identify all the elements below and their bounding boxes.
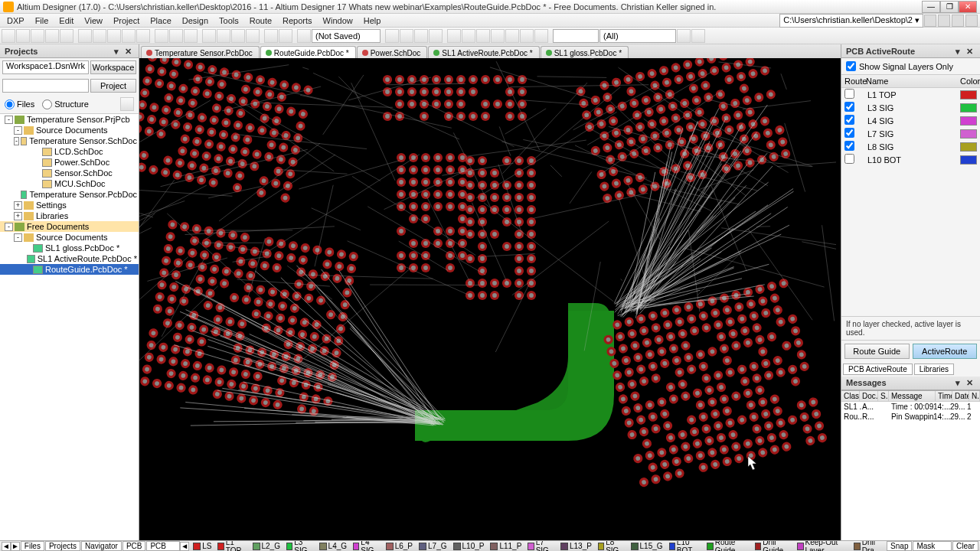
tab-pcb-activeroute[interactable]: PCB ActiveRoute — [843, 364, 913, 375]
tool-copy[interactable] — [169, 29, 183, 43]
layerbar-layer[interactable]: LS — [191, 542, 214, 550]
workspace-button[interactable]: Workspace — [90, 60, 136, 74]
tool-cut[interactable] — [155, 29, 168, 43]
doc-tab[interactable]: Temperature Sensor.PcbDoc — [141, 46, 260, 58]
tool-btn[interactable] — [400, 29, 413, 43]
layerbar-btn[interactable]: PCB — [122, 541, 146, 551]
project-combo[interactable] — [2, 79, 89, 93]
layer-row[interactable]: L1 TOP — [841, 88, 980, 101]
tool-btn[interactable] — [122, 29, 136, 43]
tool-btn[interactable] — [691, 29, 705, 43]
tree-node[interactable]: -Source Documents — [0, 232, 139, 243]
tool-btn[interactable] — [385, 29, 399, 43]
layerbar-btn[interactable]: Mask Level — [913, 541, 952, 551]
tree-node[interactable]: MCU.SchDoc — [0, 178, 139, 189]
layerbar-btn[interactable]: PCB Filte — [146, 541, 180, 551]
layerbar-layer[interactable]: L10 BOT — [667, 540, 704, 551]
close-icon[interactable]: ✕ — [966, 378, 975, 387]
tool-btn[interactable] — [297, 29, 311, 43]
tool-new[interactable] — [2, 29, 15, 43]
doc-tab[interactable]: Power.SchDoc — [357, 46, 428, 58]
menu-tools[interactable]: Tools — [214, 15, 244, 27]
structure-radio[interactable]: Structure — [42, 99, 89, 109]
layerbar-layer[interactable]: L13_P — [558, 542, 594, 550]
close-icon[interactable]: ✕ — [966, 47, 975, 56]
workspace-combo[interactable]: Workspace1.DsnWrk — [2, 60, 89, 74]
tool-icon[interactable] — [965, 15, 978, 27]
pin-icon[interactable]: ▾ — [114, 47, 123, 56]
tree-node[interactable]: SL1 ActiveRoute.PcbDoc * — [0, 253, 139, 264]
tool-paste[interactable] — [184, 29, 198, 43]
menu-file[interactable]: File — [30, 15, 54, 27]
minimize-button[interactable]: — — [922, 1, 940, 13]
layer-row[interactable]: L8 SIG — [841, 140, 980, 153]
layerbar-layer[interactable]: L4 SIG — [351, 540, 382, 551]
menu-window[interactable]: Window — [318, 15, 358, 27]
layerbar-layer[interactable]: Drill Dra — [851, 540, 886, 551]
tool-btn[interactable] — [246, 29, 260, 43]
layerbar-layer[interactable]: L4_G — [317, 542, 349, 550]
tab-libraries[interactable]: Libraries — [914, 364, 954, 375]
layer-row[interactable]: L3 SIG — [841, 101, 980, 114]
all-combo[interactable]: (All) — [599, 29, 676, 43]
menu-help[interactable]: Help — [358, 15, 387, 27]
tool-btn[interactable] — [136, 29, 150, 43]
tree-options-button[interactable] — [120, 97, 134, 111]
activeroute-button[interactable]: ActiveRoute — [913, 344, 978, 359]
layerbar-layer[interactable]: Drill Guide — [753, 540, 793, 551]
tool-icon[interactable] — [952, 15, 964, 27]
close-icon[interactable]: ✕ — [125, 47, 134, 56]
tool-btn[interactable] — [107, 29, 121, 43]
layerbar-layer[interactable]: Route Guide — [704, 540, 751, 551]
tool-icon[interactable] — [938, 15, 950, 27]
layerbar-layer[interactable]: L2_G — [250, 542, 283, 550]
close-button[interactable]: ✕ — [959, 1, 977, 13]
menu-design[interactable]: Design — [177, 15, 214, 27]
tool-preview[interactable] — [60, 29, 74, 43]
layer-row[interactable]: L10 BOT — [841, 153, 980, 166]
tree-node[interactable]: Power.SchDoc — [0, 157, 139, 168]
layerbar-layer[interactable]: L8 SIG — [596, 540, 627, 551]
message-row[interactable]: Rou...R...Pin Swapping ...14:...29...2 — [841, 412, 980, 422]
tree-node[interactable]: -Temperature Sensor.PrjPcb — [0, 114, 139, 125]
pin-icon[interactable]: ▾ — [956, 47, 965, 56]
tool-btn[interactable] — [78, 29, 92, 43]
layerbar-layer[interactable]: L7 SIG — [525, 540, 557, 551]
tree-node[interactable]: LCD.SchDoc — [0, 146, 139, 157]
tree-node[interactable]: +Settings — [0, 200, 139, 210]
tree-node[interactable]: Sensor.SchDoc — [0, 168, 139, 178]
tree-node[interactable]: +Libraries — [0, 210, 139, 221]
layerbar-layer[interactable]: L6_P — [384, 542, 415, 550]
maximize-button[interactable]: ❐ — [940, 1, 959, 13]
layer-row[interactable]: L7 SIG — [841, 127, 980, 140]
layerbar-layer[interactable]: L7_G — [416, 542, 449, 550]
tool-btn[interactable] — [429, 29, 443, 43]
layerbar-layer[interactable]: L3 SIG — [284, 540, 315, 551]
menu-edit[interactable]: Edit — [54, 15, 79, 27]
tool-btn[interactable] — [462, 29, 475, 43]
layerbar-nav[interactable]: ◄ — [2, 542, 11, 551]
tool-open[interactable] — [16, 29, 30, 43]
layerbar-layer[interactable]: L1 TOP — [215, 540, 248, 551]
tool-save[interactable] — [31, 29, 44, 43]
menu-route[interactable]: Route — [244, 15, 277, 27]
tool-btn[interactable] — [231, 29, 245, 43]
project-tree[interactable]: -Temperature Sensor.PrjPcb-Source Docume… — [0, 113, 139, 540]
tool-btn[interactable] — [447, 29, 461, 43]
layerbar-nav[interactable]: ◄ — [180, 542, 189, 551]
menu-view[interactable]: View — [79, 15, 108, 27]
layer-row[interactable]: L4 SIG — [841, 114, 980, 127]
tool-undo[interactable] — [264, 29, 278, 43]
layerbar-btn[interactable]: Projects — [45, 541, 80, 551]
menu-project[interactable]: Project — [108, 15, 145, 27]
tree-node[interactable]: -Free Documents — [0, 221, 139, 232]
route-guide-button[interactable]: Route Guide — [844, 344, 910, 359]
tool-btn[interactable] — [217, 29, 230, 43]
layerbar-btn[interactable]: Files — [21, 541, 44, 551]
tree-node[interactable]: -Temperature Sensor.SchDoc — [0, 135, 139, 146]
pcb-canvas[interactable] — [139, 58, 841, 540]
filter-combo[interactable] — [553, 29, 599, 43]
tool-btn[interactable] — [677, 29, 691, 43]
doc-tab[interactable]: SL1 ActiveRoute.PcbDoc * — [428, 46, 539, 58]
doc-tab[interactable]: RouteGuide.PcbDoc * — [260, 46, 356, 58]
